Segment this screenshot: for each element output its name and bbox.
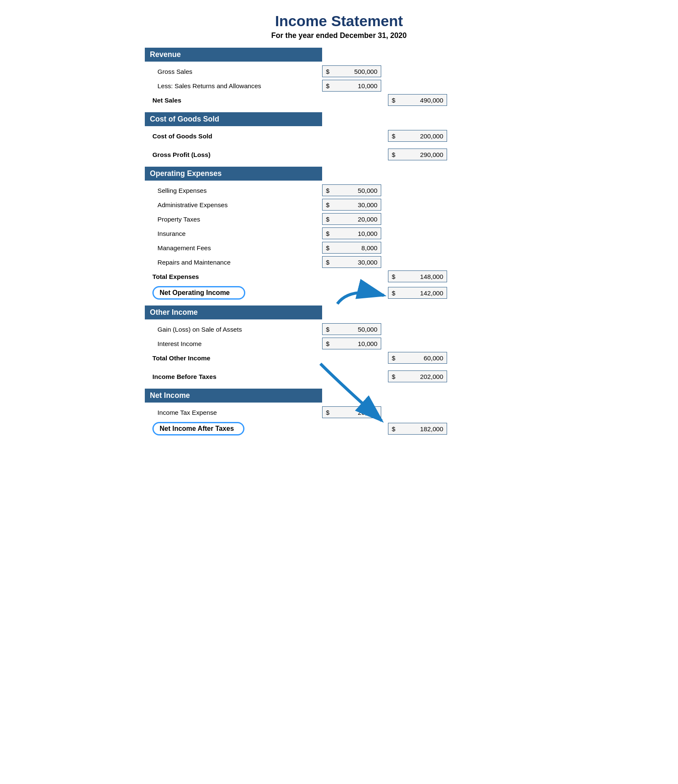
net-income-section-header: Net Income	[145, 389, 322, 403]
ibt-cell: $ 202,000	[388, 370, 447, 382]
gross-sales-row: Gross Sales $ 500,000	[145, 65, 533, 78]
total-other-income-label: Total Other Income	[145, 354, 322, 362]
niat-row: Net Income After Taxes $ 182,000	[145, 422, 533, 435]
total-other-income-cell: $ 60,000	[388, 352, 447, 364]
revenue-section-header: Revenue	[145, 48, 322, 62]
gross-profit-row: Gross Profit (Loss) $ 290,000	[145, 148, 533, 161]
net-sales-cell: $ 490,000	[388, 94, 447, 106]
niat-oval-label: Net Income After Taxes	[152, 422, 244, 435]
gross-sales-label: Gross Sales	[145, 68, 322, 75]
other-income-section-header: Other Income	[145, 305, 322, 319]
noi-label-container: Net Operating Income	[145, 286, 322, 300]
sales-returns-label: Less: Sales Returns and Allowances	[145, 82, 322, 89]
management-fees-cell: $ 8,000	[322, 242, 381, 254]
niat-label-container: Net Income After Taxes	[145, 422, 322, 435]
repairs-row: Repairs and Maintenance $ 30,000	[145, 256, 533, 268]
page-subtitle: For the year ended December 31, 2020	[145, 31, 533, 40]
sales-returns-row: Less: Sales Returns and Allowances $ 10,…	[145, 79, 533, 92]
ibt-label: Income Before Taxes	[145, 373, 322, 380]
gain-loss-cell: $ 50,000	[322, 323, 381, 335]
cogs-section-header: Cost of Goods Sold	[145, 112, 322, 126]
insurance-row: Insurance $ 10,000	[145, 227, 533, 240]
management-fees-row: Management Fees $ 8,000	[145, 241, 533, 254]
cogs-row: Cost of Goods Sold $ 200,000	[145, 130, 533, 142]
noi-arrow	[333, 283, 388, 308]
noi-row: Net Operating Income $ 142,000	[145, 286, 533, 300]
gain-loss-row: Gain (Loss) on Sale of Assets $ 50,000	[145, 323, 533, 335]
total-expenses-label: Total Expenses	[145, 273, 322, 280]
niat-cell: $ 182,000	[388, 423, 447, 435]
noi-oval-label: Net Operating Income	[152, 286, 245, 300]
gross-sales-cell: $ 500,000	[322, 65, 381, 77]
repairs-cell: $ 30,000	[322, 256, 381, 268]
cogs-label: Cost of Goods Sold	[145, 132, 322, 140]
admin-expenses-cell: $ 30,000	[322, 199, 381, 211]
selling-expenses-row: Selling Expenses $ 50,000	[145, 184, 533, 197]
interest-income-cell: $ 10,000	[322, 338, 381, 349]
niat-arrow	[308, 360, 392, 431]
interest-income-row: Interest Income $ 10,000	[145, 337, 533, 350]
insurance-cell: $ 10,000	[322, 227, 381, 239]
gross-profit-label: Gross Profit (Loss)	[145, 151, 322, 158]
net-sales-row: Net Sales $ 490,000	[145, 94, 533, 106]
admin-expenses-row: Administrative Expenses $ 30,000	[145, 198, 533, 211]
sales-returns-cell: $ 10,000	[322, 80, 381, 92]
gross-profit-cell: $ 290,000	[388, 149, 447, 160]
selling-expenses-cell: $ 50,000	[322, 184, 381, 196]
noi-cell: $ 142,000	[388, 287, 447, 299]
net-sales-label: Net Sales	[145, 97, 322, 104]
property-taxes-row: Property Taxes $ 20,000	[145, 213, 533, 225]
total-expenses-cell: $ 148,000	[388, 270, 447, 282]
opex-section-header: Operating Expenses	[145, 167, 322, 181]
total-expenses-row: Total Expenses $ 148,000	[145, 270, 533, 283]
page-title: Income Statement	[145, 13, 533, 30]
cogs-cell: $ 200,000	[388, 130, 447, 142]
property-taxes-cell: $ 20,000	[322, 213, 381, 225]
